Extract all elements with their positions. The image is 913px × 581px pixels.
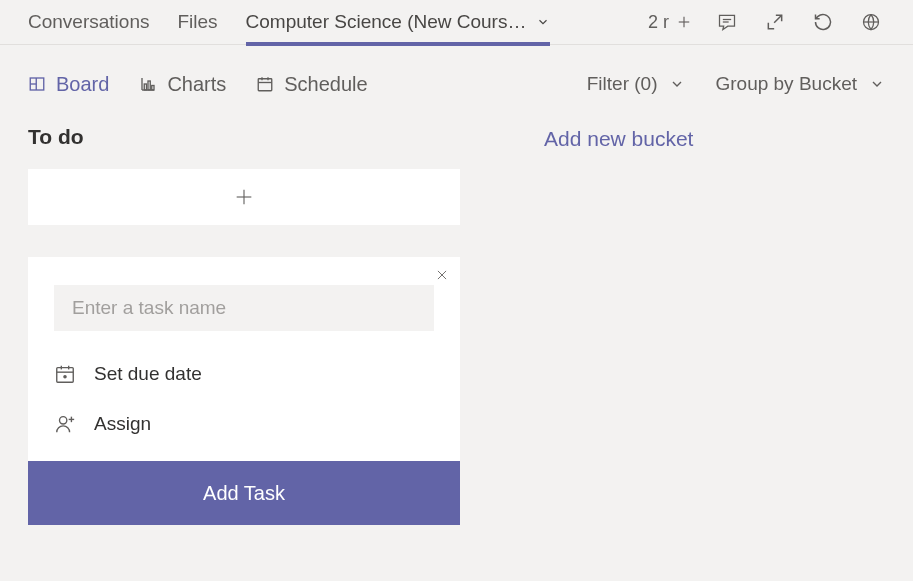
close-icon (435, 268, 449, 282)
refresh-icon (813, 12, 833, 32)
bucket-todo: To do Set due date Assign Add Task (28, 125, 460, 525)
view-tab-schedule[interactable]: Schedule (256, 73, 367, 96)
tab-active-label: Computer Science (New Cours… (246, 11, 527, 33)
svg-rect-13 (148, 81, 150, 90)
svg-rect-23 (57, 368, 74, 383)
bucket-title[interactable]: To do (28, 125, 460, 149)
top-tab-bar: Conversations Files Computer Science (Ne… (0, 0, 913, 44)
filter-button[interactable]: Filter (0) (587, 73, 686, 95)
plus-icon (675, 13, 693, 31)
group-by-label: Group by Bucket (715, 73, 857, 95)
chat-icon (717, 12, 737, 32)
chevron-down-icon (536, 15, 550, 29)
room-count[interactable]: 2 r (648, 12, 693, 33)
schedule-icon (256, 75, 274, 93)
board-icon (28, 75, 46, 93)
add-task-button[interactable]: Add Task (28, 461, 460, 525)
tab-planner-active[interactable]: Computer Science (New Cours… (246, 0, 551, 44)
globe-icon-button[interactable] (857, 8, 885, 36)
view-tabs: Board Charts Schedule (28, 73, 368, 96)
top-right-actions: 2 r (648, 8, 885, 36)
svg-rect-15 (259, 79, 273, 91)
view-tab-charts-label: Charts (167, 73, 226, 96)
refresh-icon-button[interactable] (809, 8, 837, 36)
assign-icon (54, 413, 76, 435)
assign-option[interactable]: Assign (28, 399, 460, 449)
view-tab-schedule-label: Schedule (284, 73, 367, 96)
new-task-form: Set due date Assign Add Task (28, 257, 460, 525)
svg-rect-12 (145, 84, 147, 90)
view-bar: Board Charts Schedule Filter (0) Group b… (0, 45, 913, 105)
svg-line-4 (774, 15, 782, 22)
svg-point-27 (64, 376, 66, 378)
expand-icon-button[interactable] (761, 8, 789, 36)
chevron-down-icon (869, 76, 885, 92)
view-tab-charts[interactable]: Charts (139, 73, 226, 96)
globe-icon (861, 12, 881, 32)
chevron-down-icon (669, 76, 685, 92)
charts-icon (139, 75, 157, 93)
svg-rect-14 (152, 86, 154, 91)
view-tab-board[interactable]: Board (28, 73, 109, 96)
close-button[interactable] (432, 265, 452, 285)
expand-icon (765, 12, 785, 32)
set-due-date-label: Set due date (94, 363, 202, 385)
svg-point-28 (60, 417, 67, 424)
set-due-date-option[interactable]: Set due date (28, 349, 460, 399)
calendar-icon (54, 363, 76, 385)
view-filters: Filter (0) Group by Bucket (587, 73, 885, 95)
plus-icon (233, 186, 255, 208)
task-name-input[interactable] (54, 285, 434, 331)
room-count-text: 2 r (648, 12, 669, 33)
chat-icon-button[interactable] (713, 8, 741, 36)
view-tab-board-label: Board (56, 73, 109, 96)
assign-label: Assign (94, 413, 151, 435)
tab-files[interactable]: Files (177, 0, 217, 44)
tab-conversations[interactable]: Conversations (28, 0, 149, 44)
group-by-button[interactable]: Group by Bucket (715, 73, 885, 95)
board-area: To do Set due date Assign Add Task Add n… (0, 105, 913, 545)
filter-label: Filter (0) (587, 73, 658, 95)
add-task-card[interactable] (28, 169, 460, 225)
add-new-bucket[interactable]: Add new bucket (544, 125, 693, 525)
